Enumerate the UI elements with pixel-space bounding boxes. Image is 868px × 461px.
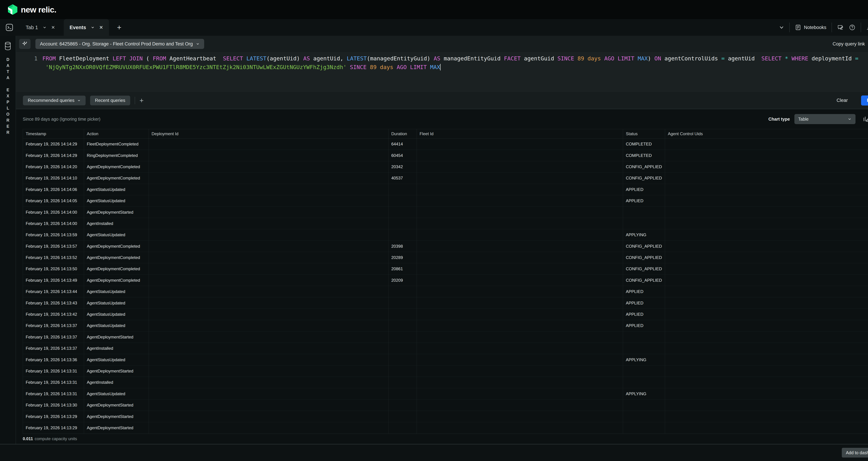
feedback-icon[interactable]: [837, 24, 844, 31]
table-cell: February 19, 2026 14:13:59: [23, 229, 84, 240]
table-cell: [417, 161, 623, 172]
column-header[interactable]: Agent Control Uids: [665, 129, 868, 139]
table-cell: [149, 263, 389, 274]
table-cell: February 19, 2026 14:13:30: [23, 400, 84, 411]
table-row: February 19, 2026 14:14:00AgentInstalled: [23, 218, 868, 229]
table-cell: February 19, 2026 14:13:37: [23, 320, 84, 331]
table-row: February 19, 2026 14:14:10AgentDeploymen…: [23, 173, 868, 184]
table-cell: [389, 184, 417, 195]
table-cell: [389, 229, 417, 240]
tab-menu-chevron-icon[interactable]: [91, 25, 95, 30]
run-button[interactable]: Run: [861, 95, 868, 105]
table-cell: AgentDeploymentCompleted: [84, 173, 149, 184]
table-cell: [665, 366, 868, 377]
ai-assist-button[interactable]: [19, 39, 31, 49]
table-cell: APPLIED: [623, 286, 665, 297]
table-row: February 19, 2026 14:14:29FleetDeploymen…: [23, 139, 868, 150]
table-cell: [149, 275, 389, 286]
table-cell: COMPLETED: [623, 139, 665, 150]
table-cell: AgentStatusUpdated: [84, 184, 149, 195]
column-header[interactable]: Timestamp: [23, 129, 84, 139]
chart-type-select[interactable]: Table: [795, 114, 856, 124]
query-console-icon[interactable]: [5, 23, 13, 32]
table-cell: [149, 150, 389, 161]
table-row: February 19, 2026 14:13:37AgentStatusUpd…: [23, 320, 868, 331]
copy-query-link-button[interactable]: Copy query link: [833, 41, 865, 47]
table-cell: [149, 366, 389, 377]
recent-queries-label: Recent queries: [95, 98, 125, 103]
column-header[interactable]: Status: [623, 129, 665, 139]
table-cell: [149, 195, 389, 206]
table-cell: [417, 218, 623, 229]
tab-close-icon[interactable]: ✕: [51, 25, 55, 30]
add-query-icon[interactable]: +: [140, 97, 144, 104]
table-cell: CONFIG_APPLIED: [623, 275, 665, 286]
column-header[interactable]: Deployment Id: [149, 129, 389, 139]
column-header[interactable]: Action: [84, 129, 149, 139]
table-cell: [665, 377, 868, 388]
help-icon[interactable]: [849, 24, 856, 31]
table-cell: AgentStatusUpdated: [84, 195, 149, 206]
table-cell: February 19, 2026 14:13:37: [23, 332, 84, 343]
query-toolbar: Recommended queries Recent queries + Cle…: [16, 92, 868, 109]
table-cell: [665, 354, 868, 365]
table-cell: [417, 388, 623, 399]
tab-events[interactable]: Events ✕: [64, 19, 109, 36]
table-cell: [417, 377, 623, 388]
table-cell: AgentDeploymentCompleted: [84, 252, 149, 263]
table-row: February 19, 2026 14:14:06AgentStatusUpd…: [23, 184, 868, 195]
table-cell: [665, 150, 868, 161]
content-area: Account: 6425865 - Org. Storage - Fleet …: [16, 36, 868, 461]
table-cell: [149, 309, 389, 320]
table-cell: February 19, 2026 14:13:57: [23, 241, 84, 252]
clear-button[interactable]: Clear: [837, 98, 848, 103]
table-cell: February 19, 2026 14:13:37: [23, 343, 84, 354]
collapse-icon[interactable]: [866, 24, 868, 31]
table-cell: AgentDeploymentStarted: [84, 400, 149, 411]
table-cell: [389, 354, 417, 365]
tabs-dropdown-icon[interactable]: [779, 25, 784, 30]
table-cell: [665, 400, 868, 411]
new-relic-logo: new relic.: [8, 4, 56, 15]
table-cell: [417, 286, 623, 297]
notebooks-button[interactable]: Notebooks: [795, 24, 826, 31]
table-cell: 64414: [389, 139, 417, 150]
table-cell: [149, 388, 389, 399]
tab-close-icon[interactable]: ✕: [99, 25, 103, 30]
table-row: February 19, 2026 14:14:00AgentDeploymen…: [23, 207, 868, 218]
table-cell: CONFIG_APPLIED: [623, 241, 665, 252]
table-row: February 19, 2026 14:13:42AgentStatusUpd…: [23, 309, 868, 320]
table-row: February 19, 2026 14:13:37AgentInstalled: [23, 343, 868, 354]
table-cell: AgentDeploymentStarted: [84, 411, 149, 422]
tab-bar: Tab 1 ✕ Events ✕ + Notebooks: [0, 19, 868, 36]
notebooks-label: Notebooks: [804, 25, 826, 30]
table-cell: [623, 218, 665, 229]
table-cell: [149, 241, 389, 252]
table-row: February 19, 2026 14:13:29AgentDeploymen…: [23, 422, 868, 434]
recommended-queries-label: Recommended queries: [28, 98, 74, 103]
column-header[interactable]: Duration: [389, 129, 417, 139]
table-cell: FleetDeploymentCompleted: [84, 139, 149, 150]
edit-chart-icon[interactable]: [863, 116, 868, 123]
table-cell: [665, 252, 868, 263]
account-selector[interactable]: Account: 6425865 - Org. Storage - Fleet …: [35, 39, 204, 49]
tab-tab1[interactable]: Tab 1 ✕: [20, 19, 61, 36]
table-cell: APPLYING: [623, 229, 665, 240]
top-header: new relic.: [0, 0, 868, 19]
table-row: February 19, 2026 14:14:29RingDeployment…: [23, 150, 868, 161]
table-cell: AgentDeploymentCompleted: [84, 263, 149, 274]
add-to-dashboard-button[interactable]: Add to dashboard: [842, 448, 868, 458]
recommended-queries-button[interactable]: Recommended queries: [23, 96, 86, 105]
table-cell: [149, 400, 389, 411]
table-cell: February 19, 2026 14:13:43: [23, 297, 84, 308]
table-row: February 19, 2026 14:13:57AgentDeploymen…: [23, 241, 868, 252]
database-icon[interactable]: [4, 42, 11, 50]
column-header[interactable]: Fleet Id: [417, 129, 623, 139]
table-cell: [623, 343, 665, 354]
tab-menu-chevron-icon[interactable]: [42, 25, 47, 30]
compute-cost-label: compute capacity units: [35, 436, 77, 441]
recent-queries-button[interactable]: Recent queries: [90, 96, 130, 105]
new-relic-logo-icon: [8, 4, 18, 15]
new-tab-icon[interactable]: +: [117, 24, 122, 31]
nrql-query-editor[interactable]: 1 FROM FleetDeployment LEFT JOIN ( FROM …: [16, 52, 868, 92]
